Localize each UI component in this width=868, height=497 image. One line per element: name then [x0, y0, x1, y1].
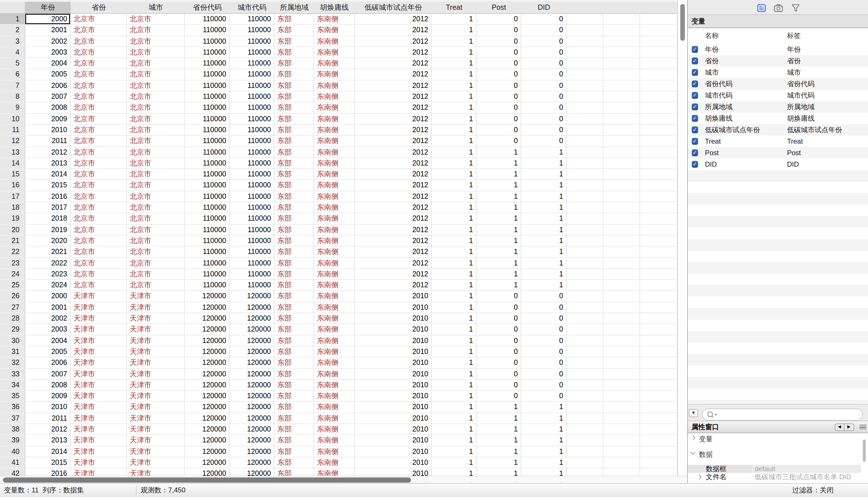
empty-cell[interactable] — [603, 391, 640, 402]
empty-cell[interactable] — [603, 236, 640, 247]
table-cell[interactable]: 0 — [521, 357, 567, 369]
table-cell[interactable]: 110000 — [230, 36, 275, 47]
vertical-scrollbar-thumb[interactable] — [680, 4, 685, 41]
table-cell[interactable]: 1 — [432, 446, 476, 457]
table-cell[interactable]: 2003 — [25, 47, 71, 58]
properties-scrollbar-thumb[interactable] — [863, 439, 866, 462]
table-cell[interactable]: 北京市 — [127, 246, 185, 258]
table-cell[interactable]: 0 — [476, 102, 521, 114]
table-cell[interactable]: 1 — [432, 58, 476, 69]
table-cell[interactable]: 东南侧 — [314, 202, 355, 213]
row-number[interactable]: 30 — [0, 335, 25, 346]
table-cell[interactable]: 120000 — [230, 291, 275, 302]
table-cell[interactable]: 1 — [432, 147, 476, 158]
table-cell[interactable]: 天津市 — [71, 435, 127, 446]
empty-cell[interactable] — [567, 269, 603, 280]
variable-row-城市代码[interactable]: ✓城市代码城市代码 — [688, 90, 868, 101]
table-cell[interactable]: 1 — [476, 402, 521, 413]
table-cell[interactable]: 0 — [521, 58, 567, 69]
empty-cell[interactable] — [567, 169, 603, 180]
column-header-Post[interactable]: Post — [476, 2, 521, 13]
row-number[interactable]: 20 — [0, 224, 25, 236]
empty-cell[interactable] — [640, 169, 677, 180]
vertical-scrollbar[interactable] — [677, 0, 687, 483]
table-cell[interactable]: 北京市 — [71, 269, 127, 280]
empty-cell[interactable] — [567, 291, 603, 302]
table-cell[interactable]: 北京市 — [71, 125, 127, 136]
table-cell[interactable]: 东南侧 — [314, 191, 355, 202]
table-cell[interactable]: 东南侧 — [314, 69, 355, 81]
table-cell[interactable]: 1 — [476, 269, 521, 280]
row-number[interactable]: 24 — [0, 269, 25, 280]
row-number[interactable]: 32 — [0, 357, 25, 369]
variable-checkbox[interactable]: ✓ — [691, 161, 698, 168]
empty-cell[interactable] — [640, 258, 677, 269]
empty-cell[interactable] — [640, 113, 677, 125]
row-number[interactable]: 8 — [0, 91, 25, 102]
table-cell[interactable]: 110000 — [185, 125, 230, 136]
table-cell[interactable]: 北京市 — [127, 269, 185, 280]
empty-cell[interactable] — [603, 369, 640, 380]
table-cell[interactable]: 东部 — [275, 446, 314, 457]
table-cell[interactable]: 东部 — [275, 457, 314, 469]
empty-cell[interactable] — [603, 280, 640, 291]
table-cell[interactable]: 北京市 — [127, 136, 185, 147]
forward-button[interactable]: ▶ — [844, 424, 853, 430]
table-cell[interactable]: 0 — [476, 81, 521, 91]
table-cell[interactable]: 0 — [476, 324, 521, 336]
table-cell[interactable]: 东南侧 — [314, 380, 355, 391]
table-cell[interactable]: 北京市 — [71, 246, 127, 258]
table-cell[interactable]: 天津市 — [71, 313, 127, 324]
table-cell[interactable]: 120000 — [185, 457, 230, 469]
row-number[interactable]: 12 — [0, 136, 25, 147]
column-header-省份代码[interactable]: 省份代码 — [185, 2, 230, 13]
table-cell[interactable]: 1 — [432, 69, 476, 81]
table-cell[interactable]: 2011 — [25, 413, 71, 424]
table-cell[interactable]: 0 — [476, 335, 521, 346]
table-cell[interactable]: 110000 — [230, 191, 275, 202]
table-cell[interactable]: 1 — [432, 346, 476, 358]
column-header-DID[interactable]: DID — [521, 2, 567, 13]
table-cell[interactable]: 东部 — [275, 69, 314, 81]
table-cell[interactable]: 110000 — [230, 213, 275, 225]
table-cell[interactable]: 110000 — [230, 147, 275, 158]
empty-cell[interactable] — [567, 424, 603, 435]
table-cell[interactable]: 东南侧 — [314, 313, 355, 324]
empty-cell[interactable] — [603, 402, 640, 413]
table-cell[interactable]: 1 — [476, 147, 521, 158]
table-cell[interactable]: 2007 — [25, 91, 71, 102]
table-cell[interactable]: 2012 — [355, 36, 432, 47]
table-cell[interactable]: 110000 — [230, 180, 275, 191]
table-cell[interactable]: 120000 — [230, 435, 275, 446]
table-cell[interactable]: 1 — [432, 269, 476, 280]
empty-cell[interactable] — [640, 324, 677, 336]
empty-cell[interactable] — [567, 413, 603, 424]
table-cell[interactable]: 天津市 — [127, 346, 185, 358]
table-cell[interactable]: 1 — [476, 169, 521, 180]
table-cell[interactable]: 东部 — [275, 258, 314, 269]
table-cell[interactable]: 东部 — [275, 202, 314, 213]
table-cell[interactable]: 东部 — [275, 313, 314, 324]
table-cell[interactable]: 2012 — [355, 81, 432, 91]
table-cell[interactable]: 2012 — [355, 147, 432, 158]
row-number[interactable]: 35 — [0, 391, 25, 402]
empty-cell[interactable] — [603, 357, 640, 369]
table-cell[interactable]: 1 — [432, 224, 476, 236]
table-cell[interactable]: 0 — [476, 69, 521, 81]
table-cell[interactable]: 东部 — [275, 158, 314, 169]
table-cell[interactable]: 1 — [476, 280, 521, 291]
table-cell[interactable]: 120000 — [185, 402, 230, 413]
row-number[interactable]: 29 — [0, 324, 25, 336]
table-cell[interactable]: 120000 — [185, 335, 230, 346]
selected-cell[interactable]: 2000 — [25, 14, 71, 25]
table-cell[interactable]: 2019 — [25, 224, 71, 236]
table-cell[interactable]: 1 — [521, 246, 567, 258]
empty-cell[interactable] — [640, 246, 677, 258]
table-cell[interactable]: 2018 — [25, 213, 71, 225]
table-cell[interactable]: 东南侧 — [314, 147, 355, 158]
table-cell[interactable]: 2006 — [25, 357, 71, 369]
table-cell[interactable]: 2005 — [25, 346, 71, 358]
table-cell[interactable]: 东部 — [275, 58, 314, 69]
row-number[interactable]: 38 — [0, 424, 25, 435]
table-cell[interactable]: 0 — [476, 369, 521, 380]
